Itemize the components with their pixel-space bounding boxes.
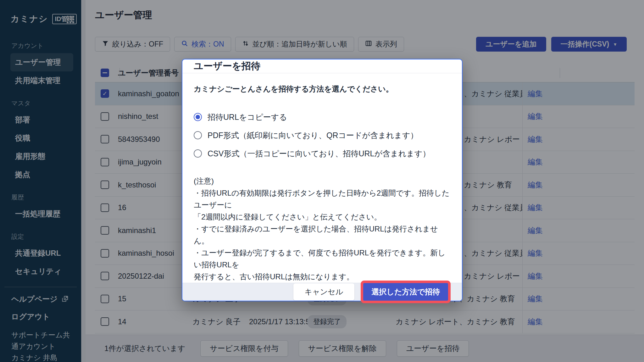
modal-lead-text: カミナシごーとんさんを招待する方法を選んでください。 (194, 84, 451, 94)
note-line: ・すでに登録済みのユーザーを選択した場合、招待URLは発行されません。 (194, 223, 451, 247)
invite-method-label: PDF形式（紙印刷に向いており、QRコードが含まれます） (208, 130, 418, 141)
invite-method-option[interactable]: PDF形式（紙印刷に向いており、QRコードが含まれます） (194, 126, 451, 144)
cancel-button[interactable]: キャンセル (293, 283, 355, 300)
note-line: (注意) (194, 175, 451, 187)
invite-method-label: 招待URLをコピーする (208, 112, 287, 122)
invite-method-option[interactable]: CSV形式（一括コピーに向いており、招待URLが含まれます） (194, 144, 451, 163)
invite-user-modal: ユーザーを招待 カミナシごーとんさんを招待する方法を選んでください。 招待URL… (182, 59, 463, 301)
invite-method-radio-group: 招待URLをコピーするPDF形式（紙印刷に向いており、QRコードが含まれます）C… (194, 108, 451, 163)
note-line: 「2週間以内に登録してください」と伝えてください。 (194, 211, 451, 223)
radio-unselected-icon[interactable] (194, 149, 202, 158)
invite-method-label: CSV形式（一括コピーに向いており、招待URLが含まれます） (208, 148, 430, 159)
note-line: ・ユーザー登録が完了するまで、何度でも招待URLを発行できます。新しい招待URL… (194, 247, 451, 271)
modal-notes: (注意)・招待URLの有効期限は発行ボタンを押した日時から2週間です。招待したユ… (194, 175, 451, 283)
radio-selected-icon[interactable] (194, 113, 202, 121)
note-line: ・招待URLの有効期限は発行ボタンを押した日時から2週間です。招待したユーザーに (194, 187, 451, 211)
modal-body: カミナシごーとんさんを招待する方法を選んでください。 招待URLをコピーするPD… (182, 73, 462, 283)
modal-header: ユーザーを招待 (182, 59, 462, 73)
note-line: 発行すると、古い招待URLは無効になります。 (194, 271, 451, 283)
radio-unselected-icon[interactable] (194, 131, 202, 139)
page: カミナシ ID管理 アカウントユーザー管理共用端末管理マスタ部署役職雇用形態拠点… (0, 0, 644, 362)
invite-method-option[interactable]: 招待URLをコピーする (194, 108, 451, 126)
invite-confirm-button[interactable]: 選択した方法で招待 (363, 283, 448, 301)
modal-title: ユーザーを招待 (194, 60, 260, 73)
modal-footer: キャンセル 選択した方法で招待 (182, 283, 462, 301)
